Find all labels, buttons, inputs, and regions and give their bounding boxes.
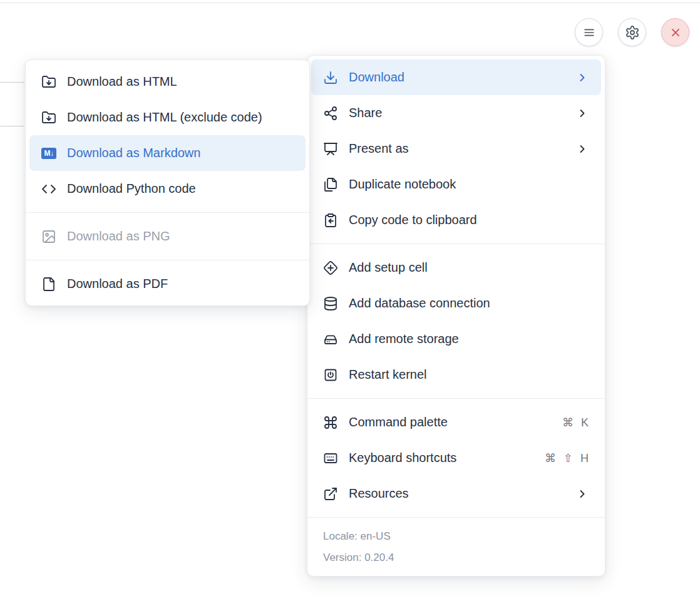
menu-item-download-as-png: Download as PNG [29,218,306,254]
menu-item-share[interactable]: Share [311,95,601,131]
menu-item-download-python-code[interactable]: Download Python code [29,171,306,207]
menu-item-resources[interactable]: Resources [311,476,601,511]
menu-item-label: Download as HTML [67,74,177,89]
background-rule [0,82,24,83]
markdown-icon: M↓ [41,148,56,159]
folder-down-icon [41,74,56,90]
locale-text: Locale: en-US [323,526,589,547]
menu-item-label: Command palette [349,415,448,429]
command-icon [323,415,338,430]
menu-item-label: Copy code to clipboard [349,213,477,227]
menu-item-copy-code-to-clipboard[interactable]: Copy code to clipboard [311,202,601,238]
chevron-right-icon [576,107,589,120]
version-text: Version: 0.20.4 [323,547,589,568]
settings-button[interactable] [618,18,646,46]
menu-item-label: Add setup cell [349,260,428,275]
menu-item-label: Download Python code [67,182,196,196]
power-icon [323,367,338,382]
menu-item-label: Duplicate notebook [349,177,456,192]
menu-item-label: Resources [349,486,409,501]
download-icon [323,70,338,85]
menu-item-duplicate-notebook[interactable]: Duplicate notebook [311,167,601,202]
menu-item-keyboard-shortcuts[interactable]: Keyboard shortcuts⌘ ⇧ H [311,440,601,476]
page-top-border [0,3,700,3]
menu-item-label: Keyboard shortcuts [349,451,456,465]
notebook-actions-menu: DownloadSharePresent asDuplicate noteboo… [307,55,605,577]
shortcut-hint: ⌘ K [562,416,589,429]
hard-drive-icon [323,332,338,347]
menu-item-label: Download as Markdown [67,146,200,160]
menu-item-label: Share [349,106,382,120]
folder-down-icon [41,110,56,125]
menu-item-add-remote-storage[interactable]: Add remote storage [311,321,601,357]
close-icon [669,26,682,39]
menu-separator [307,398,605,399]
clipboard-copy-icon [323,213,338,228]
markdown-icon: M↓ [41,146,56,161]
database-icon [323,296,338,311]
external-link-icon [323,486,338,501]
menu-item-label: Download as PNG [67,229,170,244]
menu-item-label: Download as PDF [67,277,168,291]
menu-item-label: Add remote storage [349,332,459,346]
menu-separator [26,260,309,260]
menu-separator [307,244,605,244]
menu-separator [307,517,605,518]
menu-item-label: Download as HTML (exclude code) [67,110,262,125]
close-button[interactable] [661,18,689,46]
share-icon [323,106,338,121]
menu-footer: Locale: en-US Version: 0.20.4 [307,523,605,572]
menu-item-restart-kernel[interactable]: Restart kernel [311,357,601,393]
file-icon [41,277,56,292]
notebook-menu-button[interactable] [575,18,603,46]
keyboard-icon [323,451,338,466]
menu-item-label: Present as [349,141,409,156]
menu-item-download-as-html[interactable]: Download as HTML [29,64,306,100]
menu-item-label: Restart kernel [349,367,427,382]
menu-item-add-setup-cell[interactable]: Add setup cell [311,250,601,285]
menu-item-download-as-html-exclude-code[interactable]: Download as HTML (exclude code) [29,100,306,135]
code-icon [41,182,56,197]
chevron-right-icon [576,143,589,155]
menu-item-label: Add database connection [349,296,490,311]
hamburger-icon [582,26,596,39]
gear-icon [625,25,640,40]
menu-item-command-palette[interactable]: Command palette⌘ K [311,404,601,440]
image-icon [41,229,56,244]
menu-item-download-as-pdf[interactable]: Download as PDF [29,266,306,302]
files-icon [323,177,338,192]
chevron-right-icon [576,488,589,500]
menu-item-present-as[interactable]: Present as [311,131,601,167]
background-rule [0,126,24,126]
menu-item-download-as-markdown[interactable]: M↓Download as Markdown [29,135,306,171]
chevron-right-icon [576,71,589,84]
menu-item-download[interactable]: Download [311,59,601,95]
shortcut-hint: ⌘ ⇧ H [545,451,589,465]
diamond-plus-icon [323,260,338,275]
presentation-icon [323,141,338,157]
menu-item-label: Download [349,70,404,85]
menu-separator [26,212,309,213]
menu-item-add-database-connection[interactable]: Add database connection [311,285,601,321]
download-submenu: Download as HTMLDownload as HTML (exclud… [25,59,310,306]
